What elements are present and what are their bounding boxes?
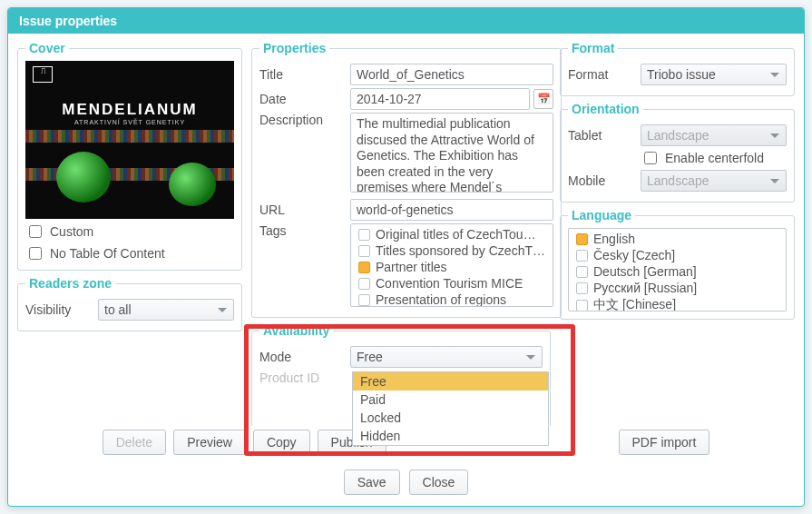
mode-label: Mode bbox=[259, 350, 350, 364]
format-select[interactable]: Triobo issue bbox=[641, 64, 787, 85]
mode-option-hidden[interactable]: Hidden bbox=[353, 427, 548, 445]
cover-image[interactable]: ⎍ MENDELIANUM ATRAKTIVNÍ SVĚT GENETIKY bbox=[25, 61, 234, 219]
properties-fieldset: Properties Title Date 📅 Description bbox=[251, 41, 562, 318]
calendar-icon[interactable]: 📅 bbox=[533, 89, 553, 109]
date-input[interactable] bbox=[350, 88, 530, 110]
mode-option-locked[interactable]: Locked bbox=[353, 409, 548, 427]
readers-zone-legend: Readers zone bbox=[25, 276, 115, 291]
format-label: Format bbox=[568, 67, 641, 82]
mode-dropdown-list[interactable]: Free Paid Locked Hidden bbox=[352, 371, 549, 446]
cover-subtitle-text: ATRAKTIVNÍ SVĚT GENETIKY bbox=[74, 119, 185, 125]
cover-legend: Cover bbox=[25, 41, 69, 55]
mode-option-paid[interactable]: Paid bbox=[353, 390, 548, 409]
properties-legend: Properties bbox=[259, 41, 329, 55]
language-item[interactable]: 中文 [Chinese] bbox=[569, 296, 786, 311]
cover-fieldset: Cover ⎍ MENDELIANUM ATRAKTIVNÍ SVĚT GENE… bbox=[17, 41, 242, 271]
tag-item[interactable]: Titles sponsored by CzechT… bbox=[351, 242, 553, 259]
language-item[interactable]: Русский [Russian] bbox=[569, 280, 786, 296]
cover-title-text: MENDELIANUM bbox=[62, 101, 198, 119]
centerfold-checkbox-row[interactable]: Enable centerfold bbox=[641, 149, 764, 167]
custom-checkbox-row[interactable]: Custom bbox=[25, 222, 234, 241]
visibility-select[interactable]: to all bbox=[98, 299, 234, 321]
checkbox-icon[interactable] bbox=[358, 262, 370, 273]
centerfold-checkbox[interactable] bbox=[644, 152, 657, 164]
checkbox-icon[interactable] bbox=[358, 294, 370, 306]
mode-select[interactable]: Free bbox=[350, 346, 543, 368]
no-toc-checkbox[interactable] bbox=[29, 247, 42, 260]
custom-checkbox[interactable] bbox=[29, 225, 42, 238]
title-label: Title bbox=[259, 67, 350, 82]
checkbox-icon[interactable] bbox=[576, 300, 588, 311]
tags-label: Tags bbox=[259, 223, 350, 238]
checkbox-icon[interactable] bbox=[358, 245, 370, 257]
tag-item[interactable]: Presentation of regions bbox=[351, 292, 553, 307]
language-fieldset: Language English Česky [Czech] Deutsch [… bbox=[560, 208, 795, 320]
orientation-fieldset: Orientation Tablet Landscape Enable cent… bbox=[560, 102, 795, 203]
url-input[interactable] bbox=[350, 199, 553, 221]
mode-option-free[interactable]: Free bbox=[353, 372, 548, 390]
date-label: Date bbox=[259, 92, 350, 106]
mobile-select[interactable]: Landscape bbox=[641, 170, 787, 192]
checkbox-icon[interactable] bbox=[358, 229, 370, 241]
description-label: Description bbox=[259, 113, 350, 127]
checkbox-icon[interactable] bbox=[576, 266, 588, 278]
tag-item[interactable]: Convention Tourism MICE bbox=[351, 275, 553, 292]
checkbox-icon[interactable] bbox=[576, 250, 588, 262]
delete-button[interactable]: Delete bbox=[103, 430, 166, 455]
tags-list[interactable]: Original titles of CzechTou… Titles spon… bbox=[350, 223, 553, 307]
save-button[interactable]: Save bbox=[344, 470, 400, 495]
title-input[interactable] bbox=[350, 64, 553, 85]
no-toc-checkbox-label: No Table Of Content bbox=[50, 246, 165, 261]
language-legend: Language bbox=[568, 208, 635, 222]
checkbox-icon[interactable] bbox=[576, 233, 588, 245]
dialog-bottom-row: Save Close bbox=[8, 460, 804, 506]
tag-item[interactable]: Partner titles bbox=[351, 259, 553, 275]
checkbox-icon[interactable] bbox=[576, 282, 588, 294]
checkbox-icon[interactable] bbox=[358, 278, 370, 290]
no-toc-checkbox-row[interactable]: No Table Of Content bbox=[25, 244, 234, 262]
copy-button[interactable]: Copy bbox=[253, 430, 310, 455]
preview-button[interactable]: Preview bbox=[173, 430, 246, 455]
language-item[interactable]: Deutsch [German] bbox=[569, 263, 786, 280]
tag-item[interactable]: Original titles of CzechTou… bbox=[351, 226, 553, 242]
cover-publisher-logo: ⎍ bbox=[33, 66, 53, 83]
language-list[interactable]: English Česky [Czech] Deutsch [German] Р… bbox=[568, 228, 787, 311]
format-fieldset: Format Format Triobo issue bbox=[560, 41, 795, 96]
readers-zone-fieldset: Readers zone Visibility to all bbox=[17, 276, 242, 331]
centerfold-label: Enable centerfold bbox=[665, 151, 764, 165]
product-id-label: Product ID bbox=[259, 371, 350, 385]
language-item[interactable]: Česky [Czech] bbox=[569, 247, 786, 263]
format-legend: Format bbox=[568, 41, 618, 55]
close-button[interactable]: Close bbox=[409, 470, 469, 495]
pdf-import-button[interactable]: PDF import bbox=[619, 430, 710, 455]
tablet-select[interactable]: Landscape bbox=[641, 124, 787, 146]
orientation-legend: Orientation bbox=[568, 102, 643, 116]
visibility-label: Visibility bbox=[25, 302, 98, 317]
custom-checkbox-label: Custom bbox=[50, 224, 93, 239]
language-item[interactable]: English bbox=[569, 231, 786, 247]
tablet-label: Tablet bbox=[568, 128, 641, 143]
availability-legend: Availability bbox=[259, 323, 333, 338]
dialog-title: Issue properties bbox=[8, 8, 804, 34]
url-label: URL bbox=[259, 203, 350, 217]
description-textarea[interactable] bbox=[350, 113, 553, 193]
mobile-label: Mobile bbox=[568, 173, 641, 188]
